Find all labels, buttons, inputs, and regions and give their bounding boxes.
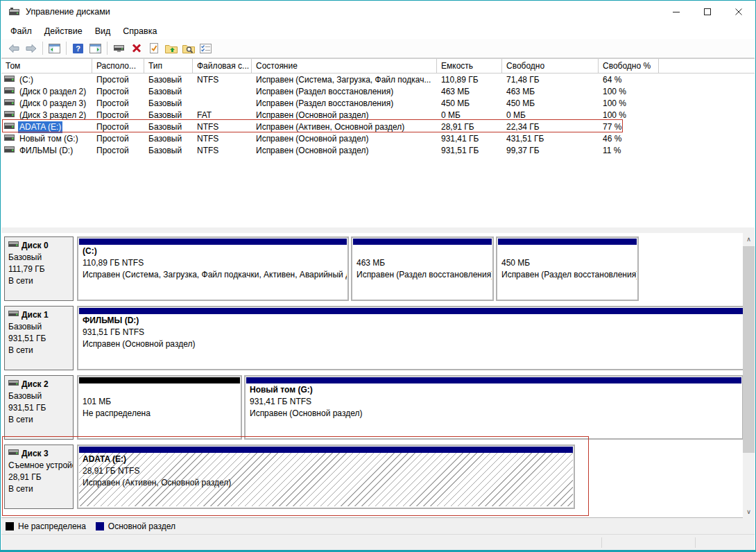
column-header-capacity[interactable]: Емкость <box>437 59 502 73</box>
volume-icon <box>4 98 15 110</box>
menu-item[interactable]: Действие <box>38 24 89 38</box>
partition-box[interactable]: Новый том (G:) 931,41 ГБ NTFS Исправен (… <box>244 375 744 440</box>
column-header-free-pct[interactable]: Свободно % <box>599 59 659 73</box>
partition-box[interactable]: 463 МБ Исправен (Раздел восстановления) <box>351 236 494 301</box>
partition-label <box>501 245 633 257</box>
disk-icon <box>8 379 19 390</box>
status-separator <box>601 537 602 548</box>
disk-management-window: Управление дисками Файл Действие Вид Спр… <box>0 0 756 552</box>
partition-box[interactable]: 450 МБ Исправен (Раздел восстановления) <box>496 236 639 301</box>
scroll-down-icon[interactable]: ∨ <box>743 506 755 517</box>
partition-label: ФИЛЬМЫ (D:) <box>83 315 739 327</box>
column-header-free[interactable]: Свободно <box>502 59 599 73</box>
partition-color-strip <box>79 447 573 453</box>
table-row[interactable]: ФИЛЬМЫ (D:) Простой Базовый NTFS Исправе… <box>1 145 755 157</box>
cell-layout: Простой <box>92 145 144 157</box>
cell-free-pct: 46 % <box>599 133 659 145</box>
cell-capacity: 450 МБ <box>437 98 502 110</box>
disk-view-icon[interactable] <box>110 40 128 56</box>
help-icon[interactable]: ? <box>69 40 87 56</box>
volume-icon <box>4 145 15 157</box>
disk-state: В сети <box>8 483 69 495</box>
forward-icon[interactable] <box>22 40 40 56</box>
column-header-layout[interactable]: Располо... <box>92 59 144 73</box>
disk-row: Диск 0 Базовый 111,79 ГБ В сети (C:) 110… <box>3 236 739 301</box>
cell-status: Исправен (Система, Загрузка, Файл подкач… <box>252 74 437 86</box>
cell-free-pct: 100 % <box>599 86 659 98</box>
cell-capacity: 110,89 ГБ <box>437 74 502 86</box>
cell-free: 71,48 ГБ <box>502 74 599 86</box>
column-header-status[interactable]: Состояние <box>252 59 437 73</box>
table-row[interactable]: (Диск 0 раздел 3) Простой Базовый Исправ… <box>1 98 755 110</box>
volume-icon <box>4 74 15 86</box>
disk-label-box[interactable]: Диск 2 Базовый 931,51 ГБ В сети <box>4 375 74 440</box>
table-row[interactable]: ADATA (E:) Простой Базовый NTFS Исправен… <box>1 121 755 133</box>
menu-item[interactable]: Вид <box>89 24 117 38</box>
disk-label-box[interactable]: Диск 3 Съемное устройство 28,91 ГБ В сет… <box>4 445 74 509</box>
menu-item[interactable]: Файл <box>4 24 38 38</box>
partitions-track: (C:) 110,89 ГБ NTFS Исправен (Система, З… <box>77 236 639 301</box>
folder-up-icon[interactable] <box>162 40 180 56</box>
show-console-tree-icon[interactable] <box>46 40 63 56</box>
table-row[interactable]: (Диск 3 раздел 2) Простой Базовый FAT Ис… <box>1 110 755 121</box>
partition-color-strip <box>79 308 743 314</box>
cell-type: Базовый <box>144 110 193 121</box>
toolbar-separator <box>107 42 108 55</box>
scroll-up-icon[interactable]: ∧ <box>743 233 755 245</box>
cell-status: Исправен (Основной раздел) <box>252 110 437 121</box>
close-button[interactable] <box>723 1 755 23</box>
properties-list-icon[interactable] <box>197 40 214 56</box>
partition-status: Исправен (Активен, Основной раздел) <box>83 477 569 489</box>
disk-kind: Базовый <box>8 321 69 333</box>
scrollbar-thumb[interactable] <box>743 246 755 453</box>
cell-free-pct: 77 % <box>599 121 659 133</box>
toolbar-separator <box>42 42 43 55</box>
delete-volume-icon[interactable] <box>128 40 145 56</box>
disk-label-box[interactable]: Диск 0 Базовый 111,79 ГБ В сети <box>4 236 74 301</box>
folder-explore-icon[interactable] <box>180 40 197 56</box>
pane-splitter[interactable] <box>1 227 755 233</box>
back-icon[interactable] <box>5 40 22 56</box>
partition-label: ADATA (E:) <box>83 454 569 465</box>
cell-filesystem: NTFS <box>193 121 252 133</box>
table-row[interactable]: (C:) Простой Базовый NTFS Исправен (Сист… <box>1 74 755 86</box>
partitions-track: 101 МБ Не распределена Новый том (G:) 93… <box>77 375 744 440</box>
disk-label-box[interactable]: Диск 1 Базовый 931,51 ГБ В сети <box>4 306 74 370</box>
title-bar: Управление дисками <box>1 1 755 23</box>
volume-list-pane: Том Располо... Тип Файловая с... Состоян… <box>1 58 755 227</box>
partition-box[interactable]: (C:) 110,89 ГБ NTFS Исправен (Система, З… <box>77 236 349 301</box>
column-header-volume[interactable]: Том <box>1 59 92 73</box>
cell-capacity: 931,51 ГБ <box>437 145 502 157</box>
column-header-filesystem[interactable]: Файловая с... <box>193 59 252 73</box>
minimize-button[interactable] <box>661 1 692 23</box>
table-row[interactable]: (Диск 0 раздел 2) Простой Базовый Исправ… <box>1 86 755 98</box>
check-document-icon[interactable] <box>145 40 162 56</box>
menu-item[interactable]: Справка <box>117 24 163 38</box>
partition-box[interactable]: ФИЛЬМЫ (D:) 931,51 ГБ NTFS Исправен (Осн… <box>77 306 745 370</box>
legend-item: Основной раздел <box>96 521 175 531</box>
partition-size: 931,41 ГБ NTFS <box>250 396 738 408</box>
cell-type: Базовый <box>144 121 193 133</box>
partition-color-strip <box>79 377 240 383</box>
cell-filesystem: NTFS <box>193 145 252 157</box>
column-header-type[interactable]: Тип <box>144 59 193 73</box>
show-action-pane-icon[interactable] <box>87 40 104 56</box>
column-header-empty <box>659 59 755 73</box>
cell-filesystem: NTFS <box>193 133 252 145</box>
partition-box[interactable]: 101 МБ Не распределена <box>77 375 242 440</box>
legend-bar: Не распределена Основной раздел <box>1 518 755 534</box>
cell-layout: Простой <box>92 133 144 145</box>
cell-type: Базовый <box>144 98 193 110</box>
disk-row: Диск 3 Съемное устройство 28,91 ГБ В сет… <box>3 445 739 509</box>
volume-name: ФИЛЬМЫ (D:) <box>18 145 74 157</box>
cell-type: Базовый <box>144 86 193 98</box>
disk-size: 931,51 ГБ <box>8 333 69 345</box>
partition-box[interactable]: ADATA (E:) 28,91 ГБ NTFS Исправен (Актив… <box>77 445 575 509</box>
vertical-scrollbar[interactable]: ∧ ∨ <box>743 233 755 518</box>
maximize-button[interactable] <box>692 1 723 23</box>
disk-drive-icon <box>8 8 20 17</box>
partition-size: 101 МБ <box>83 396 237 408</box>
cell-free: 431,51 ГБ <box>502 133 599 145</box>
legend-swatch <box>6 522 14 531</box>
table-row[interactable]: Новый том (G:) Простой Базовый NTFS Испр… <box>1 133 755 145</box>
